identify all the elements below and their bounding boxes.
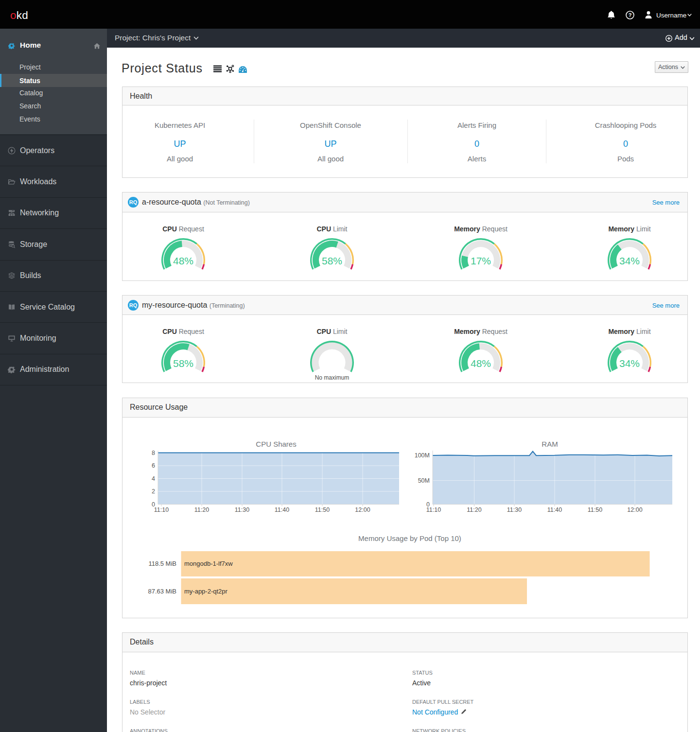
svg-text:11:20: 11:20 [194, 506, 209, 513]
svg-text:mongodb-1-lf7xw: mongodb-1-lf7xw [184, 560, 233, 567]
svg-text:11:50: 11:50 [588, 506, 602, 513]
svg-text:my-app-2-qt2pr: my-app-2-qt2pr [184, 588, 228, 595]
svg-text:CPU Shares: CPU Shares [256, 440, 296, 448]
svg-text:11:40: 11:40 [547, 506, 562, 513]
svg-text:58%: 58% [173, 358, 193, 369]
svg-text:4: 4 [152, 475, 155, 482]
svg-text:58%: 58% [322, 255, 342, 266]
svg-text:11:20: 11:20 [467, 506, 481, 513]
svg-text:12:00: 12:00 [355, 506, 370, 513]
svg-text:6: 6 [152, 462, 155, 469]
svg-text:50M: 50M [418, 477, 430, 484]
svg-text:118.5 MiB: 118.5 MiB [148, 560, 176, 567]
svg-text:48%: 48% [173, 255, 193, 266]
svg-text:8: 8 [152, 450, 155, 456]
svg-text:100M: 100M [415, 452, 430, 459]
svg-text:Memory Usage by Pod (Top 10): Memory Usage by Pod (Top 10) [358, 534, 461, 542]
svg-text:11:30: 11:30 [235, 506, 249, 513]
svg-text:11:50: 11:50 [315, 506, 330, 513]
svg-text:17%: 17% [471, 255, 491, 266]
svg-text:11:10: 11:10 [426, 506, 441, 513]
svg-text:87.63 MiB: 87.63 MiB [148, 588, 176, 595]
svg-text:48%: 48% [471, 358, 491, 369]
svg-text:11:40: 11:40 [275, 506, 289, 513]
svg-text:RAM: RAM [542, 440, 558, 448]
svg-text:?: ? [629, 12, 632, 18]
svg-text:34%: 34% [619, 255, 640, 266]
svg-text:11:10: 11:10 [154, 506, 169, 513]
svg-text:2: 2 [152, 488, 155, 495]
svg-text:34%: 34% [619, 358, 640, 369]
svg-text:11:30: 11:30 [507, 506, 522, 513]
svg-text:12:00: 12:00 [627, 506, 642, 513]
